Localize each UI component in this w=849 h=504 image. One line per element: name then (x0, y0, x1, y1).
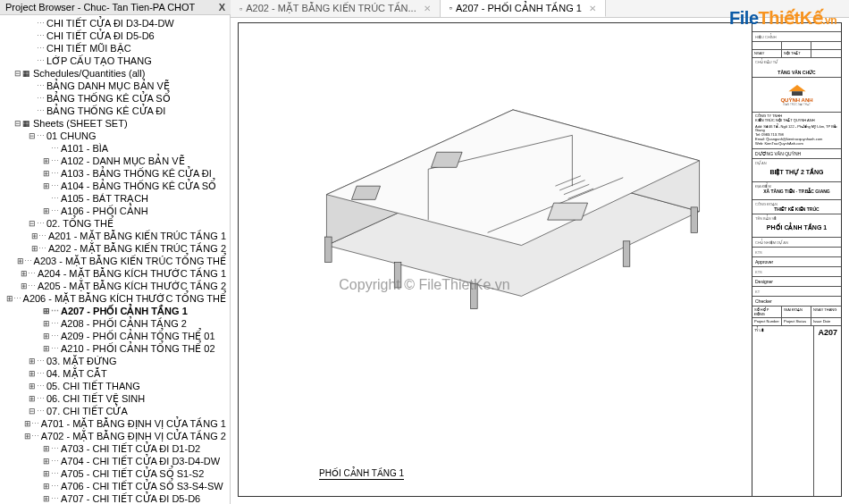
project-browser-tree[interactable]: ⋯CHI TIẾT CỬA ĐI D3-D4-DW⋯CHI TIẾT CỬA Đ… (0, 15, 231, 504)
tree-item-label: A208 - PHỐI CẢNH TẦNG 2 (61, 318, 187, 330)
tree-item[interactable]: ⊞⋯A705 - CHI TIẾT CỬA SỔ S1-S2 (0, 467, 230, 480)
view-tab[interactable]: ▫A207 - PHỐI CẢNH TẦNG 1✕ (441, 0, 606, 17)
expand-icon[interactable]: ⊞ (27, 357, 37, 365)
expand-icon[interactable]: ⊞ (27, 394, 37, 403)
svg-rect-18 (691, 207, 698, 232)
expand-icon[interactable]: ⊞ (21, 281, 28, 290)
tree-item-label: A210 - PHỐI CẢNH TỔNG THỂ 02 (61, 343, 215, 355)
tree-item[interactable]: ⋯A101 - BÌA (0, 142, 230, 155)
isometric-3d-view[interactable] (301, 59, 725, 313)
tree-item[interactable]: ⊞⋯A210 - PHỐI CẢNH TỔNG THỂ 02 (0, 342, 230, 355)
tree-item[interactable]: ⊞⋯04. MẶT CẮT (0, 367, 230, 380)
expand-icon[interactable]: ⊞ (21, 269, 28, 278)
expand-icon[interactable]: ⊞ (41, 332, 51, 340)
close-tab-icon[interactable]: ✕ (424, 4, 431, 13)
tree-item[interactable]: ⋯CHI TIẾT MŨI BẬC (0, 42, 230, 55)
tree-item-label: 01 CHUNG (46, 130, 97, 141)
tree-item[interactable]: ⊟⋯01 CHUNG (0, 130, 230, 142)
tree-item[interactable]: ⋯BẢNG THỐNG KÊ CỬA SỔ (0, 92, 230, 105)
tree-item[interactable]: ⊞⋯A106 - PHỐI CẢNH (0, 205, 230, 217)
tree-item[interactable]: ⊟⋯07. CHI TIẾT CỬA (0, 405, 230, 417)
watermark-logo: FileThiếtKế.vn (729, 7, 836, 29)
close-tab-icon[interactable]: ✕ (589, 4, 596, 13)
tree-item[interactable]: ⊞⋯05. CHI TIẾT THANG (0, 380, 230, 392)
sheet-number: A207 (814, 326, 841, 496)
tree-item[interactable]: ⊟▦Schedules/Quantities (all) (0, 67, 230, 80)
expand-icon[interactable]: ⊞ (41, 469, 51, 478)
expand-icon[interactable]: ⊞ (17, 256, 24, 265)
tree-item-label: A105 - BÁT TRẠCH (61, 193, 148, 205)
svg-rect-14 (431, 152, 462, 167)
tree-item[interactable]: ⊞⋯A208 - PHỐI CẢNH TẦNG 2 (0, 317, 230, 330)
svg-rect-15 (325, 237, 332, 262)
expand-icon[interactable]: ⊞ (41, 319, 51, 328)
collapse-icon[interactable]: ⊟ (27, 131, 37, 140)
tree-item[interactable]: ⊞⋯A209 - PHỐI CẢNH TỔNG THỂ 01 (0, 330, 230, 342)
tree-item[interactable]: ⊞⋯A205 - MẶT BẰNG KÍCH THƯỚC TẦNG 2 (0, 280, 230, 292)
tree-item[interactable]: ⊞⋯A702 - MẶT BẰNG ĐỊNH VỊ CỬA TẦNG 2 (0, 430, 230, 442)
expand-icon[interactable]: ⊞ (6, 294, 13, 303)
tree-item[interactable]: ⊟⋯02. TỔNG THỂ (0, 217, 230, 230)
collapse-icon[interactable]: ⊟ (27, 407, 37, 416)
collapse-icon[interactable]: ⊟ (13, 119, 22, 128)
expand-icon[interactable]: ⊞ (27, 369, 37, 378)
expand-icon[interactable]: ⊞ (41, 457, 51, 466)
tree-item-label: A102 - DANH MỤC BẢN VẼ (61, 155, 185, 167)
expand-icon[interactable]: ⊞ (41, 482, 51, 491)
tree-item[interactable]: ⊞⋯A706 - CHI TIẾT CỬA SỔ S3-S4-SW (0, 480, 230, 492)
sheet-icon: ▫ (450, 4, 452, 13)
collapse-icon[interactable]: ⊟ (13, 69, 22, 78)
tree-item[interactable]: ⊟▦Sheets (SHEET SET) (0, 117, 230, 130)
tree-item[interactable]: ⊞⋯A704 - CHI TIẾT CỬA ĐI D3-D4-DW (0, 455, 230, 467)
tree-item[interactable]: ⊞⋯A707 - CHI TIẾT CỬA ĐI D5-D6 (0, 492, 230, 504)
drawing-viewport[interactable]: PHỐI CẢNH TẦNG 1 HIỆU CHỈNH NGÀYNỘI THẤT… (231, 15, 849, 504)
expand-icon[interactable]: ⊞ (41, 494, 51, 503)
tree-item[interactable]: ⋯CHI TIẾT CỬA ĐI D5-D6 (0, 29, 230, 42)
tree-item-label: CHI TIẾT MŨI BẬC (46, 43, 131, 55)
expand-icon[interactable]: ⊞ (41, 156, 51, 165)
tree-item[interactable]: ⊞⋯A204 - MẶT BẰNG KÍCH THƯỚC TẦNG 1 (0, 267, 230, 280)
tree-item[interactable]: ⊞⋯A701 - MẶT BẰNG ĐỊNH VỊ CỬA TẦNG 1 (0, 417, 230, 430)
tree-item[interactable]: ⋯BẢNG DANH MỤC BẢN VẼ (0, 80, 230, 92)
tree-item[interactable]: ⊞⋯A202 - MẶT BẰNG KIẾN TRÚC TẦNG 2 (0, 242, 230, 255)
tree-item[interactable]: ⊞⋯03. MẶT ĐỨNG (0, 355, 230, 367)
tree-item-label: Sheets (SHEET SET) (33, 118, 128, 129)
expand-icon[interactable]: ⊞ (41, 344, 51, 353)
tree-item[interactable]: ⊞⋯06. CHI TIẾT VỆ SINH (0, 392, 230, 405)
tb-company-info: CÔNG TY TNHH KIẾN TRÚC NỘI THẤT QUỲNH AN… (752, 113, 841, 149)
expand-icon[interactable]: ⊞ (31, 244, 38, 253)
tb-rev-header: HIỆU CHỈNH (752, 32, 841, 42)
tree-item-label: A203 - MẶT BẰNG KIẾN TRÚC TỔNG THỂ (34, 256, 226, 267)
tree-item-label: A706 - CHI TIẾT CỬA SỔ S3-S4-SW (61, 481, 223, 492)
view-tab[interactable]: ▫A202 - MẶT BẰNG KIẾN TRÚC TẦN...✕ (231, 0, 441, 17)
tree-item[interactable]: ⊞⋯A104 - BẢNG THỐNG KÊ CỬA SỔ (0, 180, 230, 192)
tree-item[interactable]: ⊞⋯A102 - DANH MỤC BẢN VẼ (0, 155, 230, 167)
tree-item[interactable]: ⊞⋯A207 - PHỐI CẢNH TẦNG 1 (0, 305, 230, 317)
expand-icon[interactable]: ⊞ (31, 231, 38, 240)
expand-icon[interactable]: ⊞ (41, 307, 51, 315)
expand-icon[interactable]: ⊞ (41, 206, 51, 215)
close-icon[interactable]: X (219, 2, 225, 13)
tree-item[interactable]: ⊞⋯A103 - BẢNG THỐNG KÊ CỬA ĐI (0, 167, 230, 180)
tree-item-label: BẢNG THỐNG KÊ CỬA SỔ (46, 93, 171, 105)
tree-item[interactable]: ⊞⋯A201 - MẶT BẰNG KIẾN TRÚC TẦNG 1 (0, 230, 230, 242)
expand-icon[interactable]: ⊞ (41, 169, 51, 178)
expand-icon[interactable]: ⊞ (24, 432, 31, 441)
tree-item[interactable]: ⋯CHI TIẾT CỬA ĐI D3-D4-DW (0, 17, 230, 29)
tree-item[interactable]: ⋯LỚP CẤU TẠO THANG (0, 55, 230, 67)
sheet-icon: ▫ (240, 4, 242, 13)
expand-icon[interactable]: ⊞ (41, 444, 51, 453)
collapse-icon[interactable]: ⊟ (27, 219, 37, 228)
tree-item[interactable]: ⋯A105 - BÁT TRẠCH (0, 192, 230, 205)
tree-item[interactable]: ⋯BẢNG THỐNG KÊ CỬA ĐI (0, 105, 230, 117)
tree-item[interactable]: ⊞⋯A703 - CHI TIẾT CỬA ĐI D1-D2 (0, 442, 230, 455)
tree-item-label: A103 - BẢNG THỐNG KÊ CỬA ĐI (61, 168, 212, 180)
view-title-label: PHỐI CẢNH TẦNG 1 (319, 468, 404, 480)
expand-icon[interactable]: ⊞ (27, 382, 37, 391)
tree-item[interactable]: ⊞⋯A203 - MẶT BẰNG KIẾN TRÚC TỔNG THỂ (0, 255, 230, 267)
expand-icon[interactable]: ⊞ (41, 181, 51, 190)
expand-icon[interactable]: ⊞ (24, 419, 31, 428)
tree-item-label: A206 - MẶT BẰNG KÍCH THƯỚC TỔNG THỂ (23, 293, 226, 305)
tree-item[interactable]: ⊞⋯A206 - MẶT BẰNG KÍCH THƯỚC TỔNG THỂ (0, 292, 230, 305)
svg-rect-16 (394, 263, 401, 288)
